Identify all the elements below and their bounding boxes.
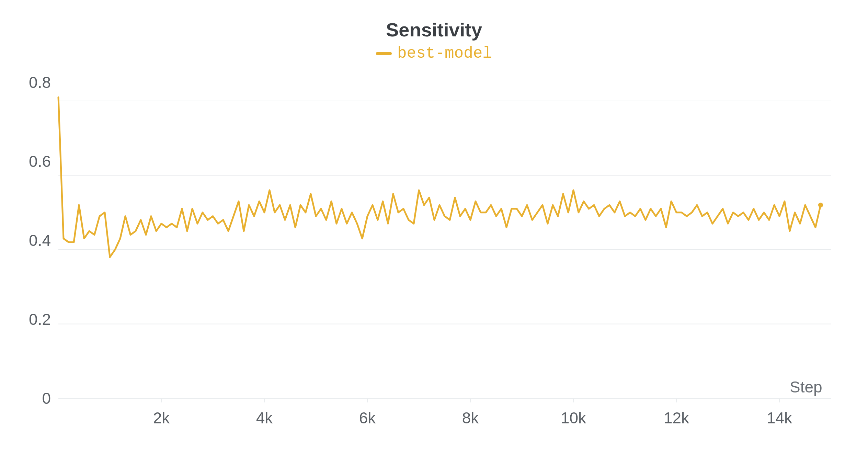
x-tick-label: 2k xyxy=(153,409,170,427)
x-tick-label: 6k xyxy=(359,409,376,427)
x-tick-label: 14k xyxy=(767,409,792,427)
plot-area xyxy=(58,82,831,398)
x-tick-label: 12k xyxy=(664,409,689,427)
series-end-dot xyxy=(818,203,823,207)
y-tick-label: 0 xyxy=(10,389,51,408)
legend-series-label: best-model xyxy=(397,45,492,62)
legend-swatch-icon xyxy=(376,52,392,55)
x-tick-label: 8k xyxy=(462,409,479,427)
x-tick-label: 10k xyxy=(561,409,586,427)
series-line-best-model xyxy=(58,97,821,257)
y-tick-label: 0.4 xyxy=(10,231,51,250)
y-tick-label: 0.2 xyxy=(10,310,51,329)
chart-legend: best-model xyxy=(0,45,868,62)
y-tick-label: 0.8 xyxy=(10,73,51,92)
sensitivity-chart: Sensitivity best-model 0.8 0.6 0.4 0.2 0… xyxy=(0,0,868,456)
plot-svg xyxy=(58,82,831,398)
x-tick-label: 4k xyxy=(256,409,273,427)
y-tick-label: 0.6 xyxy=(10,152,51,171)
chart-title: Sensitivity xyxy=(0,19,868,41)
